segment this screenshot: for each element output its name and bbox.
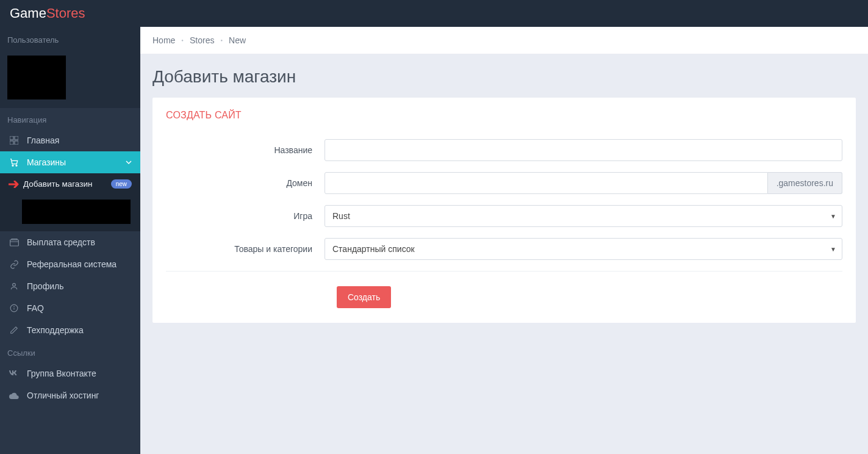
create-button[interactable]: Создать xyxy=(337,286,391,308)
sidebar-item-referral[interactable]: Реферальная система xyxy=(0,253,140,275)
breadcrumb-sep-icon: ● xyxy=(220,38,223,42)
breadcrumb: Home ● Stores ● New xyxy=(140,27,868,54)
sidebar-item-label: Группа Вконтакте xyxy=(27,369,96,378)
svg-rect-2 xyxy=(10,141,13,145)
sidebar-item-label: Магазины xyxy=(27,157,66,167)
sidebar: Пользователь Навигация Главная Магазины xyxy=(0,27,140,454)
sidebar-item-hosting[interactable]: Отличный хостинг xyxy=(0,384,140,406)
sidebar-item-home[interactable]: Главная xyxy=(0,129,140,151)
svg-rect-3 xyxy=(15,141,18,145)
sidebar-subitem-add-store[interactable]: Добавить магазин new xyxy=(0,173,140,195)
breadcrumb-stores[interactable]: Stores xyxy=(190,35,214,45)
sidebar-section-user: Пользователь xyxy=(0,27,140,49)
sidebar-section-links: Ссылки xyxy=(0,341,140,362)
svg-point-5 xyxy=(16,165,17,166)
cart-icon xyxy=(9,157,20,167)
label-domain: Домен xyxy=(166,178,325,188)
sidebar-item-label: Профиль xyxy=(27,281,63,291)
card-title: СОЗДАТЬ САЙТ xyxy=(152,98,856,133)
breadcrumb-home[interactable]: Home xyxy=(152,35,175,45)
sidebar-item-label: Отличный хостинг xyxy=(27,391,99,400)
link-icon xyxy=(9,260,20,269)
svg-point-7 xyxy=(13,283,16,286)
sidebar-item-faq[interactable]: FAQ xyxy=(0,297,140,319)
svg-rect-6 xyxy=(10,240,18,246)
label-goods: Товары и категории xyxy=(166,244,325,254)
main-content: Home ● Stores ● New Добавить магазин СОЗ… xyxy=(140,27,868,454)
avatar xyxy=(7,56,66,99)
game-select[interactable]: Rust xyxy=(325,205,842,227)
cloud-icon xyxy=(9,392,20,399)
sidebar-item-label: Техподдержка xyxy=(27,325,84,335)
form-row-name: Название xyxy=(166,139,842,161)
brand-logo[interactable]: GameStores xyxy=(10,5,85,21)
topbar: GameStores xyxy=(0,0,868,27)
form-row-domain: Домен .gamestores.ru xyxy=(166,172,842,194)
sidebar-subitem-label: Добавить магазин xyxy=(23,179,92,189)
svg-rect-0 xyxy=(10,136,13,140)
sidebar-item-stores[interactable]: Магазины xyxy=(0,151,140,173)
wallet-icon xyxy=(9,239,20,247)
chevron-down-icon xyxy=(126,159,132,165)
user-icon xyxy=(9,282,20,290)
sidebar-item-vk[interactable]: Группа Вконтакте xyxy=(0,362,140,384)
sidebar-item-label: Реферальная система xyxy=(27,259,117,269)
arrow-right-icon xyxy=(9,181,21,188)
name-input[interactable] xyxy=(325,139,842,161)
grid-icon xyxy=(9,136,20,145)
vk-icon xyxy=(9,370,20,377)
label-name: Название xyxy=(166,145,325,155)
domain-input[interactable] xyxy=(325,172,768,194)
sidebar-item-support[interactable]: Техподдержка xyxy=(0,319,140,341)
brand-part-b: Stores xyxy=(46,5,85,21)
svg-rect-1 xyxy=(15,136,18,140)
sidebar-item-label: Главная xyxy=(27,135,59,145)
sidebar-submenu-stores: Добавить магазин new xyxy=(0,173,140,231)
goods-select[interactable]: Стандартный список xyxy=(325,238,842,260)
sidebar-item-label: Выплата средств xyxy=(27,237,95,247)
sidebar-section-nav: Навигация xyxy=(0,108,140,129)
info-icon xyxy=(9,304,20,312)
breadcrumb-new[interactable]: New xyxy=(229,35,246,45)
sidebar-item-payout[interactable]: Выплата средств xyxy=(0,231,140,253)
svg-point-10 xyxy=(14,306,15,307)
svg-point-4 xyxy=(12,165,13,166)
form-row-goods: Товары и категории Стандартный список ▼ xyxy=(166,238,842,260)
form-row-game: Игра Rust ▼ xyxy=(166,205,842,227)
sidebar-sub-blackbox xyxy=(22,200,131,224)
sidebar-item-profile[interactable]: Профиль xyxy=(0,275,140,297)
new-badge: new xyxy=(111,179,132,189)
edit-icon xyxy=(9,326,20,334)
brand-part-a: Game xyxy=(10,5,46,21)
domain-suffix: .gamestores.ru xyxy=(768,172,842,194)
sidebar-item-label: FAQ xyxy=(27,303,44,313)
breadcrumb-sep-icon: ● xyxy=(181,38,184,42)
create-site-card: СОЗДАТЬ САЙТ Название Домен .gamestores.… xyxy=(152,98,856,323)
page-title: Добавить магазин xyxy=(152,67,856,87)
sidebar-user-box xyxy=(0,49,140,108)
label-game: Игра xyxy=(166,211,325,221)
divider xyxy=(166,271,842,272)
